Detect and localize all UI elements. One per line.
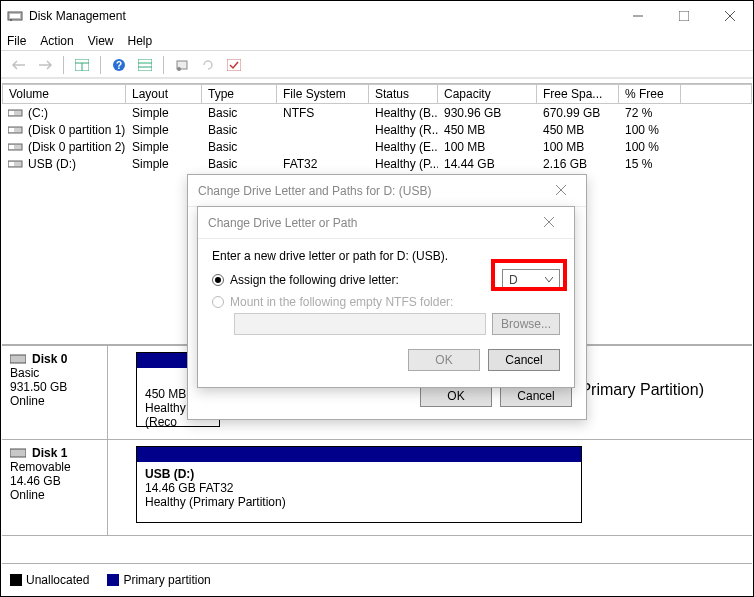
col-volume[interactable]: Volume bbox=[2, 84, 126, 104]
menubar: File Action View Help bbox=[1, 31, 753, 51]
dialog2-ok-button[interactable]: OK bbox=[408, 349, 480, 371]
col-spacer bbox=[681, 84, 752, 104]
svg-rect-26 bbox=[10, 355, 26, 363]
menu-file[interactable]: File bbox=[7, 34, 26, 48]
highlight-box bbox=[491, 259, 567, 291]
dialog1-close-button[interactable] bbox=[546, 184, 576, 198]
svg-rect-4 bbox=[679, 11, 689, 21]
change-drive-letter-dialog: Change Drive Letter or Path Enter a new … bbox=[197, 206, 575, 388]
dialog1-ok-button[interactable]: OK bbox=[420, 385, 492, 407]
svg-rect-27 bbox=[10, 449, 26, 457]
disk-management-window: Disk Management File Action View Help ? … bbox=[0, 0, 754, 597]
disk0-label: Disk 0 Basic 931.50 GB Online bbox=[2, 346, 108, 439]
svg-rect-1 bbox=[10, 14, 20, 18]
svg-rect-25 bbox=[9, 162, 14, 166]
col-free[interactable]: Free Spa... bbox=[537, 84, 619, 104]
svg-point-2 bbox=[10, 19, 12, 21]
menu-view[interactable]: View bbox=[88, 34, 114, 48]
properties-button[interactable] bbox=[170, 54, 194, 76]
table-row[interactable]: (C:)SimpleBasicNTFSHealthy (B...930.96 G… bbox=[2, 104, 752, 121]
svg-rect-12 bbox=[138, 59, 152, 71]
forward-button[interactable] bbox=[33, 54, 57, 76]
back-button[interactable] bbox=[7, 54, 31, 76]
maximize-button[interactable] bbox=[661, 1, 707, 31]
toolbar: ? bbox=[1, 51, 753, 79]
hdd-icon bbox=[10, 353, 26, 365]
app-icon bbox=[7, 8, 23, 24]
minimize-button[interactable] bbox=[615, 1, 661, 31]
volume-icon bbox=[8, 141, 24, 153]
col-status[interactable]: Status bbox=[369, 84, 438, 104]
hdd-icon bbox=[10, 447, 26, 459]
mount-folder-label: Mount in the following empty NTFS folder… bbox=[230, 295, 453, 309]
svg-point-16 bbox=[177, 67, 181, 71]
svg-rect-23 bbox=[9, 145, 14, 149]
table-row[interactable]: (Disk 0 partition 2)SimpleBasicHealthy (… bbox=[2, 138, 752, 155]
dialog2-cancel-button[interactable]: Cancel bbox=[488, 349, 560, 371]
refresh-button[interactable] bbox=[196, 54, 220, 76]
titlebar: Disk Management bbox=[1, 1, 753, 31]
table-row[interactable]: USB (D:)SimpleBasicFAT32Healthy (P...14.… bbox=[2, 155, 752, 172]
primary-swatch bbox=[107, 574, 119, 586]
dialog1-title: Change Drive Letter and Paths for D: (US… bbox=[198, 184, 431, 198]
column-headers: Volume Layout Type File System Status Ca… bbox=[2, 84, 752, 104]
col-layout[interactable]: Layout bbox=[126, 84, 202, 104]
view-list-button[interactable] bbox=[133, 54, 157, 76]
help-button[interactable]: ? bbox=[107, 54, 131, 76]
volume-icon bbox=[8, 124, 24, 136]
check-button[interactable] bbox=[222, 54, 246, 76]
col-pctfree[interactable]: % Free bbox=[619, 84, 681, 104]
disk1-partition-usb[interactable]: USB (D:) 14.46 GB FAT32 Healthy (Primary… bbox=[136, 446, 582, 523]
col-filesystem[interactable]: File System bbox=[277, 84, 369, 104]
mount-folder-input bbox=[234, 313, 486, 335]
svg-text:?: ? bbox=[116, 60, 122, 71]
menu-help[interactable]: Help bbox=[128, 34, 153, 48]
disk1-row: Disk 1 Removable 14.46 GB Online USB (D:… bbox=[2, 440, 752, 536]
assign-letter-label: Assign the following drive letter: bbox=[230, 273, 399, 287]
volume-icon bbox=[8, 107, 24, 119]
view-split-button[interactable] bbox=[70, 54, 94, 76]
legend: Unallocated Primary partition bbox=[2, 563, 752, 595]
dialog2-close-button[interactable] bbox=[534, 216, 564, 230]
dialog1-cancel-button[interactable]: Cancel bbox=[500, 385, 572, 407]
disk1-label: Disk 1 Removable 14.46 GB Online bbox=[2, 440, 108, 535]
browse-button: Browse... bbox=[492, 313, 560, 335]
window-title: Disk Management bbox=[29, 9, 126, 23]
svg-rect-17 bbox=[227, 59, 241, 71]
col-capacity[interactable]: Capacity bbox=[438, 84, 537, 104]
table-row[interactable]: (Disk 0 partition 1)SimpleBasicHealthy (… bbox=[2, 121, 752, 138]
svg-rect-19 bbox=[9, 111, 14, 115]
svg-rect-21 bbox=[9, 128, 14, 132]
close-button[interactable] bbox=[707, 1, 753, 31]
menu-action[interactable]: Action bbox=[40, 34, 73, 48]
unallocated-swatch bbox=[10, 574, 22, 586]
volume-icon bbox=[8, 158, 24, 170]
mount-folder-radio[interactable] bbox=[212, 296, 224, 308]
dialog2-title: Change Drive Letter or Path bbox=[208, 216, 357, 230]
col-type[interactable]: Type bbox=[202, 84, 277, 104]
assign-letter-radio[interactable] bbox=[212, 274, 224, 286]
